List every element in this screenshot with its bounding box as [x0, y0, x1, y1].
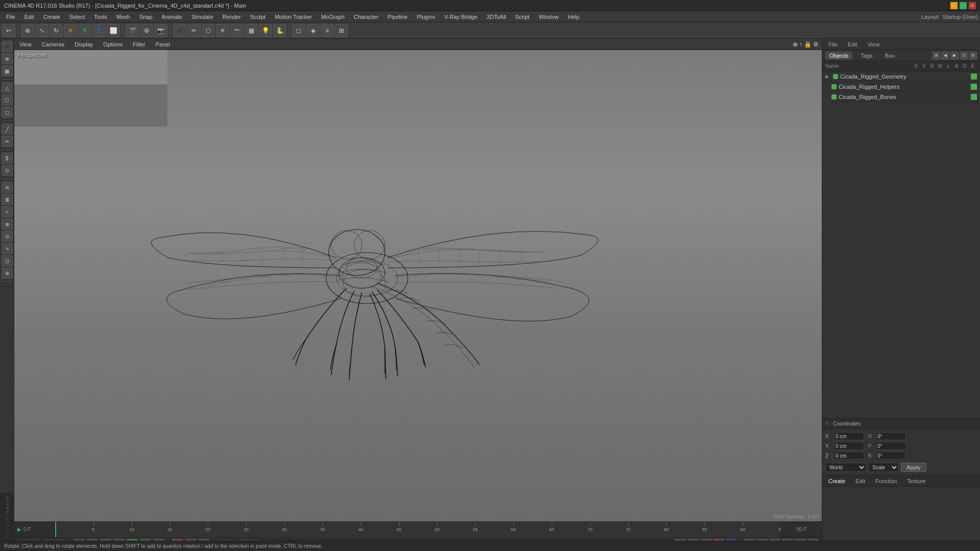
- extra-tool-4[interactable]: ⊞: [335, 24, 348, 37]
- coord-p-rot[interactable]: [875, 442, 906, 450]
- object-row-bones[interactable]: Cicada_Rigged_Bones: [822, 92, 980, 102]
- vp-menu-options[interactable]: Options: [101, 40, 125, 48]
- menu-plugins[interactable]: Plugins: [412, 13, 439, 21]
- rp-tab-edit[interactable]: Edit: [844, 40, 862, 48]
- menu-tools[interactable]: Tools: [90, 13, 111, 21]
- panel-btn-5[interactable]: ⊟: [969, 52, 977, 60]
- sidebar-btn-2[interactable]: ⊕: [2, 53, 13, 64]
- cube-tool[interactable]: ⬛: [173, 24, 186, 37]
- render-settings[interactable]: ⚙: [140, 24, 153, 37]
- sidebar-btn-16[interactable]: ∿: [2, 243, 13, 254]
- sidebar-btn-12[interactable]: ≣: [2, 194, 13, 205]
- extra-tool-2[interactable]: ◈: [306, 24, 320, 37]
- coord-y-pos[interactable]: [834, 442, 864, 450]
- object-row-geometry[interactable]: ▶ Cicada_Rigged_Geometry: [822, 71, 980, 82]
- maximize-button[interactable]: □: [960, 2, 967, 9]
- vp-icon-crosshair[interactable]: ⊕: [793, 41, 798, 48]
- viewport-3d[interactable]: Perspective: [14, 50, 822, 521]
- pen-tool[interactable]: ✏: [187, 24, 201, 37]
- extra-tool-3[interactable]: ≡: [321, 24, 334, 37]
- sidebar-btn-15[interactable]: ⊙: [2, 231, 13, 242]
- sidebar-btn-14[interactable]: ⊗: [2, 218, 13, 230]
- render-region[interactable]: 📷: [154, 24, 167, 37]
- sidebar-btn-18[interactable]: ⊛: [2, 267, 13, 279]
- coord-z-pos[interactable]: [834, 452, 864, 460]
- sidebar-btn-9[interactable]: $: [2, 153, 13, 164]
- coord-x-pos[interactable]: [834, 432, 864, 440]
- light-tool[interactable]: 💡: [259, 24, 272, 37]
- menu-script[interactable]: Script: [511, 13, 533, 21]
- sidebar-btn-4[interactable]: △: [2, 82, 13, 93]
- select-y[interactable]: Y: [78, 24, 91, 37]
- menu-select[interactable]: Select: [65, 13, 89, 21]
- panel-btn-1[interactable]: ⊞: [932, 52, 940, 60]
- sidebar-btn-11[interactable]: ≋: [2, 182, 13, 193]
- poly-tool[interactable]: ⬡: [202, 24, 215, 37]
- menu-character[interactable]: Character: [350, 13, 382, 21]
- object-row-helpers[interactable]: Cicada_Rigged_Helpers: [822, 82, 980, 92]
- python-tool[interactable]: 🐍: [273, 24, 286, 37]
- coord-h-rot[interactable]: [875, 432, 906, 440]
- menu-simulate[interactable]: Simulate: [187, 13, 217, 21]
- vp-icon-settings[interactable]: ⚙: [813, 41, 819, 48]
- scale-tool[interactable]: ⤡: [35, 24, 48, 37]
- tab-bookmarks[interactable]: Boo: [881, 52, 899, 60]
- menu-vray[interactable]: V-Ray Bridge: [440, 13, 482, 21]
- panel-btn-2[interactable]: ◀: [941, 52, 949, 60]
- menu-create[interactable]: Create: [39, 13, 64, 21]
- rotate-tool[interactable]: ↻: [50, 24, 63, 37]
- vp-menu-display[interactable]: Display: [72, 40, 95, 48]
- sidebar-btn-10[interactable]: ↻: [2, 165, 13, 176]
- rp-tab-view[interactable]: View: [864, 40, 884, 48]
- menu-animate[interactable]: Animate: [158, 13, 186, 21]
- box-select[interactable]: ⬜: [107, 24, 120, 37]
- spline-tool[interactable]: 〜: [230, 24, 243, 37]
- menu-mesh[interactable]: Mesh: [112, 13, 134, 21]
- move-tool[interactable]: ⊕: [21, 24, 34, 37]
- vp-menu-filter[interactable]: Filter: [131, 40, 147, 48]
- menu-edit[interactable]: Edit: [20, 13, 38, 21]
- menu-3dtoall[interactable]: 3DToAll: [482, 13, 510, 21]
- menu-snap[interactable]: Snap: [135, 13, 157, 21]
- tab-tags[interactable]: Tags: [856, 52, 876, 60]
- sidebar-btn-13[interactable]: ≈: [2, 206, 13, 217]
- sidebar-btn-3[interactable]: ▦: [2, 65, 13, 77]
- close-button[interactable]: ✕: [969, 2, 976, 9]
- sidebar-btn-6[interactable]: ◻: [2, 107, 13, 118]
- minimize-button[interactable]: ─: [950, 2, 958, 9]
- panel-btn-4[interactable]: ⊡: [960, 52, 968, 60]
- menu-file[interactable]: File: [2, 13, 19, 21]
- menu-help[interactable]: Help: [564, 13, 584, 21]
- vp-menu-cameras[interactable]: Cameras: [40, 40, 67, 48]
- menu-window[interactable]: Window: [534, 13, 562, 21]
- vp-menu-view[interactable]: View: [17, 40, 34, 48]
- world-dropdown[interactable]: World: [825, 463, 866, 472]
- sidebar-btn-8[interactable]: ✏: [2, 136, 13, 147]
- timeline-playhead-bar[interactable]: [55, 522, 56, 537]
- scale-dropdown[interactable]: Scale: [868, 463, 899, 472]
- deform-tool[interactable]: ✳: [216, 24, 229, 37]
- timeline-ruler[interactable]: 05101520253035404550556065707580859095: [55, 522, 781, 537]
- menu-motion-tracker[interactable]: Motion Tracker: [271, 13, 316, 21]
- tab-objects[interactable]: Objects: [825, 52, 852, 60]
- surface-tool[interactable]: ▦: [244, 24, 258, 37]
- select-z[interactable]: Z: [92, 24, 106, 37]
- menu-pipeline[interactable]: Pipeline: [383, 13, 411, 21]
- coord-b-rot[interactable]: [875, 452, 906, 460]
- sidebar-btn-1[interactable]: ⬛: [2, 41, 13, 52]
- menu-mograph[interactable]: MoGraph: [317, 13, 349, 21]
- undo-button[interactable]: ↩: [2, 24, 15, 37]
- menu-render[interactable]: Render: [218, 13, 245, 21]
- apply-button[interactable]: Apply: [901, 463, 926, 472]
- mat-tab-create[interactable]: Create: [825, 477, 848, 485]
- menu-sculpt[interactable]: Sculpt: [246, 13, 270, 21]
- sidebar-btn-5[interactable]: ⬡: [2, 94, 13, 106]
- extra-tool-1[interactable]: ◻: [292, 24, 305, 37]
- mat-tab-function[interactable]: Function: [872, 477, 900, 485]
- sidebar-btn-17[interactable]: ⟨⟩: [2, 255, 13, 266]
- sidebar-btn-7[interactable]: ╱: [2, 123, 13, 135]
- vp-icon-up[interactable]: ↑: [799, 41, 802, 48]
- vp-menu-panel[interactable]: Panel: [154, 40, 172, 48]
- panel-btn-3[interactable]: ▶: [950, 52, 959, 60]
- select-tool[interactable]: ✕: [64, 24, 77, 37]
